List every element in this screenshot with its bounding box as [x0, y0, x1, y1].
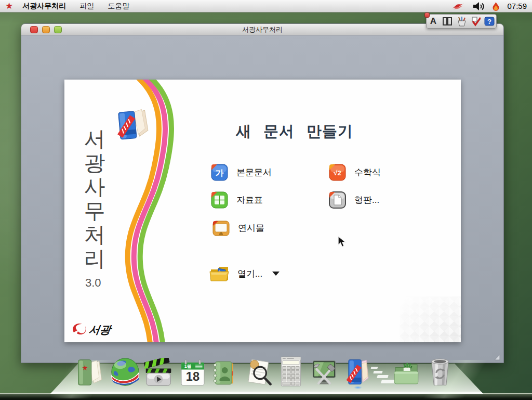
dock-calculator-icon[interactable] [276, 356, 305, 388]
window-body: 서 광 사 무 처 리 3.0 서광 새 문서 만들기 [21, 35, 503, 363]
item-label: 수학식 [354, 166, 381, 178]
dock-system-tools-icon[interactable] [309, 359, 339, 388]
menu-app-name[interactable]: 서광사무처리 [22, 2, 66, 11]
font-tool-icon[interactable]: A [428, 16, 438, 27]
window-maximize-button[interactable] [54, 26, 62, 33]
mouse-cursor [337, 236, 348, 248]
help-glyph: ? [487, 18, 491, 25]
icon-glyph: √2 [334, 169, 341, 177]
dock-media-player-icon[interactable] [143, 358, 174, 388]
dock-document-viewer-icon[interactable] [243, 357, 273, 388]
brand-char: 무 [82, 199, 108, 223]
svg-text:★: ★ [82, 364, 88, 372]
item-label: 자료표 [236, 194, 263, 206]
icon-glyph: 가 [216, 169, 224, 177]
open-folder-icon [209, 264, 231, 283]
tool-palette: A ? [426, 14, 497, 29]
open-document-item[interactable]: 열기... [209, 264, 280, 283]
red-flag-icon[interactable] [450, 2, 465, 11]
red-star-icon[interactable]: ★ [5, 2, 13, 10]
calendar-month: 1월 [184, 364, 191, 369]
dialog-heading: 새 문서 만들기 [236, 121, 353, 142]
menu-bar: ★ 서광사무처리 파일 도움말 07:59 [0, 0, 532, 12]
brand-vertical-title: 서 광 사 무 처 리 [82, 127, 108, 270]
new-math-item[interactable]: √2 수학식 [328, 163, 381, 182]
template-icon [328, 191, 347, 209]
math-icon: √2 [328, 163, 347, 182]
brand-char: 리 [82, 247, 108, 270]
palette-close-button[interactable] [424, 12, 430, 18]
volume-icon[interactable] [472, 2, 485, 11]
presentation-icon [212, 219, 230, 237]
clock: 07:59 [507, 2, 527, 10]
dock-trash-icon[interactable] [425, 356, 455, 388]
menu-file[interactable]: 파일 [79, 2, 94, 11]
dock: ★ [0, 356, 532, 400]
window-close-button[interactable] [30, 26, 38, 33]
corner-texture [400, 296, 461, 342]
help-tool-icon[interactable]: ? [484, 16, 495, 27]
new-table-item[interactable]: 자료표 [210, 191, 263, 209]
flame-icon[interactable] [492, 2, 500, 11]
dock-stationery-icon[interactable] [392, 359, 421, 387]
new-template-item[interactable]: 형판... [328, 191, 379, 209]
columns-tool-icon[interactable] [442, 16, 453, 27]
open-label: 열기... [237, 268, 262, 280]
dropdown-arrow-icon[interactable] [272, 272, 280, 276]
item-label: 본문문서 [236, 166, 272, 178]
paint-tools-icon[interactable] [456, 16, 467, 27]
brand-char: 처 [82, 223, 108, 247]
calendar-day: 18 [186, 370, 200, 383]
new-presentation-item[interactable]: 연시물 [212, 219, 264, 237]
dock-documents-icon[interactable]: ★ [74, 357, 105, 388]
new-text-document-item[interactable]: 가 본문문서 [210, 163, 272, 182]
dock-dash [377, 375, 389, 378]
item-label: 연시물 [238, 222, 264, 234]
running-indicator [354, 386, 362, 389]
dock-sogwang-office-icon[interactable] [343, 357, 373, 388]
sogwang-logo: 서광 [69, 320, 136, 339]
brand-char: 광 [82, 151, 108, 175]
dock-calendar-icon[interactable]: 1월 18 [179, 359, 207, 388]
dock-contacts-icon[interactable] [210, 358, 238, 388]
version-label: 3.0 [85, 276, 101, 290]
brand-char: 서 [82, 127, 108, 151]
menu-help[interactable]: 도움말 [108, 2, 129, 11]
app-window: 서광사무처리 [21, 23, 504, 363]
dock-dash [373, 371, 382, 373]
spellcheck-tool-icon[interactable] [470, 16, 481, 27]
dock-browser-icon[interactable] [109, 356, 141, 388]
sogwang-app-icon [115, 106, 151, 146]
brand-char: 사 [82, 175, 108, 199]
logo-text: 서광 [88, 324, 113, 336]
text-document-icon: 가 [210, 163, 229, 182]
table-icon [210, 191, 229, 209]
item-label: 형판... [354, 194, 379, 206]
desktop: ★ 서광사무처리 파일 도움말 07:59 A [0, 0, 532, 400]
window-minimize-button[interactable] [42, 26, 50, 33]
new-document-dialog: 서 광 사 무 처 리 3.0 서광 새 문서 만들기 [64, 80, 461, 342]
